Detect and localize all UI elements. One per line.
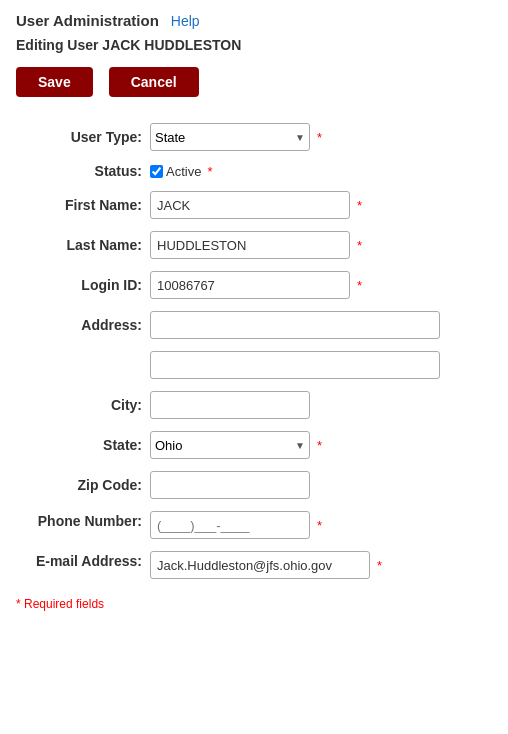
first-name-input[interactable] bbox=[150, 191, 350, 219]
zip-input[interactable] bbox=[150, 471, 310, 499]
required-note: * Required fields bbox=[16, 597, 492, 611]
city-input[interactable] bbox=[150, 391, 310, 419]
first-name-label: First Name: bbox=[16, 185, 146, 225]
state-select[interactable]: Ohio Alabama Alaska Arizona Arkansas Cal… bbox=[150, 431, 310, 459]
status-label: Status: bbox=[16, 157, 146, 185]
zip-label: Zip Code: bbox=[16, 465, 146, 505]
editing-title: Editing User JACK HUDDLESTON bbox=[16, 37, 492, 53]
cancel-button[interactable]: Cancel bbox=[109, 67, 199, 97]
login-id-input[interactable] bbox=[150, 271, 350, 299]
last-name-required-star: * bbox=[357, 238, 362, 253]
email-input[interactable] bbox=[150, 551, 370, 579]
user-type-required-star: * bbox=[317, 130, 322, 145]
status-required-star: * bbox=[207, 164, 212, 179]
last-name-label: Last Name: bbox=[16, 225, 146, 265]
email-label: E-mail Address: bbox=[16, 545, 146, 585]
login-id-label: Login ID: bbox=[16, 265, 146, 305]
address-line1-input[interactable] bbox=[150, 311, 440, 339]
state-required-star: * bbox=[317, 438, 322, 453]
user-type-label: User Type: bbox=[16, 117, 146, 157]
help-link[interactable]: Help bbox=[171, 13, 200, 29]
state-label: State: bbox=[16, 425, 146, 465]
phone-label: Phone Number: bbox=[16, 505, 146, 545]
first-name-required-star: * bbox=[357, 198, 362, 213]
user-type-select[interactable]: State County Provider Admin bbox=[150, 123, 310, 151]
phone-required-star: * bbox=[317, 518, 322, 533]
city-label: City: bbox=[16, 385, 146, 425]
phone-input[interactable] bbox=[150, 511, 310, 539]
active-label: Active bbox=[166, 164, 201, 179]
address-line2-input[interactable] bbox=[150, 351, 440, 379]
last-name-input[interactable] bbox=[150, 231, 350, 259]
page-title: User Administration bbox=[16, 12, 159, 29]
address-line2-label bbox=[16, 345, 146, 385]
save-button[interactable]: Save bbox=[16, 67, 93, 97]
login-id-required-star: * bbox=[357, 278, 362, 293]
active-checkbox[interactable] bbox=[150, 165, 163, 178]
email-required-star: * bbox=[377, 558, 382, 573]
address-label: Address: bbox=[16, 305, 146, 345]
